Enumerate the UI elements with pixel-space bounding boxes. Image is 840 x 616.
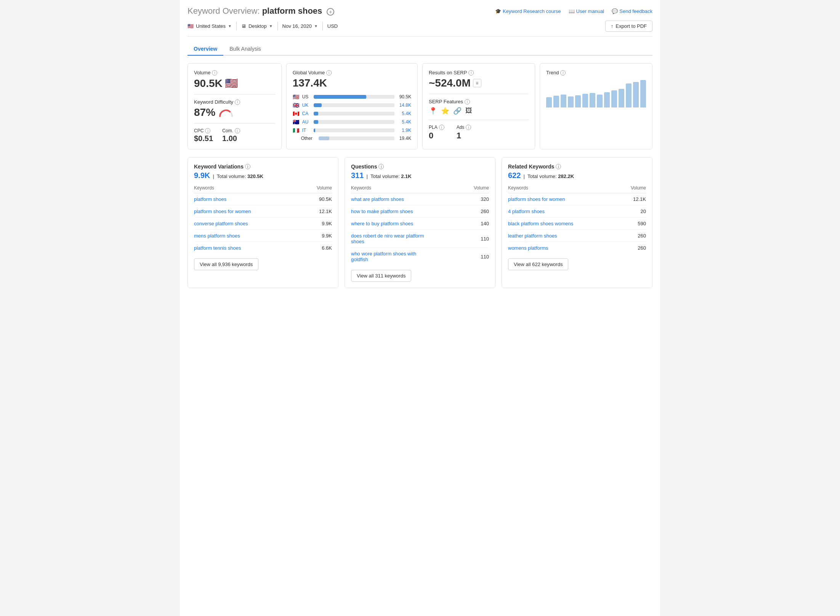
manual-link[interactable]: 📖 User manual — [569, 8, 604, 14]
device-chevron: ▼ — [269, 24, 273, 28]
trend-bar — [590, 93, 595, 107]
kv-count: 9.9K — [194, 171, 210, 180]
com-stat: Com. i 1.00 — [222, 128, 240, 143]
export-label: Export to PDF — [616, 23, 647, 29]
keyword-link[interactable]: leather platform shoes — [508, 233, 557, 239]
keyword-link[interactable]: does robert de niro wear platform shoes — [351, 233, 427, 244]
kv-col-keywords: Keywords — [194, 185, 214, 191]
serp-features-info[interactable]: i — [465, 99, 470, 104]
country-vol: 90.5K — [398, 94, 411, 99]
q-table-header: Keywords Volume — [351, 185, 489, 193]
bar-bg — [314, 120, 394, 124]
global-rows: 🇺🇸 US 90.5K 🇬🇧 UK 14.8K 🇨🇦 CA — [293, 94, 411, 141]
trend-bar — [597, 95, 603, 107]
global-info-icon[interactable]: i — [326, 70, 332, 75]
device-label: Desktop — [248, 23, 267, 29]
serp-divider2 — [429, 120, 529, 120]
q-count: 311 — [351, 171, 364, 180]
course-icon: 🎓 — [495, 8, 501, 14]
country-code: US — [302, 94, 311, 99]
kv-info-icon[interactable]: i — [245, 164, 250, 169]
global-volume-value: 137.4K — [293, 77, 411, 89]
volume-value: 90.5K 🇺🇸 — [194, 77, 275, 90]
country-vol[interactable]: 1.9K — [398, 128, 411, 133]
keyword-link[interactable]: platform shoes — [194, 196, 226, 202]
star-icon: ⭐ — [441, 107, 449, 115]
kv-col-volume: Volume — [317, 185, 332, 191]
keyword-link[interactable]: platform tennis shoes — [194, 245, 241, 251]
keyword-link[interactable]: womens platforms — [508, 245, 548, 251]
kv-view-all-button[interactable]: View all 9,936 keywords — [194, 258, 258, 270]
keyword-link[interactable]: platform shoes for women — [508, 196, 565, 202]
keyword-link[interactable]: 4 platform shoes — [508, 209, 545, 214]
q-view-all-button[interactable]: View all 311 keywords — [351, 270, 411, 282]
com-info-icon[interactable]: i — [235, 128, 240, 133]
table-row: leather platform shoes 260 — [508, 230, 646, 242]
rk-info-icon[interactable]: i — [556, 164, 561, 169]
pla-info-icon[interactable]: i — [439, 125, 444, 130]
pla-value: 0 — [429, 131, 444, 141]
country-vol[interactable]: 5.4K — [398, 111, 411, 116]
q-col-volume: Volume — [474, 185, 489, 191]
tab-overview[interactable]: Overview — [188, 43, 223, 56]
bar-bg — [314, 103, 394, 107]
bar-bg — [314, 128, 394, 132]
keyword-volume: 590 — [631, 221, 646, 226]
device-filter[interactable]: 🖥 Desktop ▼ — [237, 22, 278, 30]
rk-view-all-button[interactable]: View all 622 keywords — [508, 258, 568, 270]
country-vol[interactable]: 14.8K — [398, 103, 411, 108]
tab-bulk-analysis[interactable]: Bulk Analysis — [223, 43, 267, 56]
stats-row: Volume i 90.5K 🇺🇸 Keyword Difficulty i 8… — [188, 63, 652, 149]
cpc-info-icon[interactable]: i — [205, 128, 210, 133]
ads-value: 1 — [457, 131, 471, 141]
country-vol[interactable]: 5.4K — [398, 119, 411, 125]
country-code[interactable]: UK — [302, 103, 311, 108]
trend-bar — [626, 83, 632, 107]
q-info-icon[interactable]: i — [378, 164, 384, 169]
keyword-link[interactable]: who wore platform shoes with goldfish — [351, 251, 427, 262]
serp-icons-row: 📍 ⭐ 🔗 🖼 — [429, 107, 529, 115]
feedback-link[interactable]: 💬 Send feedback — [612, 8, 652, 14]
country-code[interactable]: CA — [302, 111, 311, 116]
other-label: Other — [301, 136, 316, 141]
keyword-link[interactable]: how to make platform shoes — [351, 209, 413, 214]
global-volume-label: Global Volume i — [293, 70, 411, 75]
global-row: 🇺🇸 US 90.5K — [293, 94, 411, 100]
rk-section-title: Related Keywords i — [508, 164, 646, 170]
country-code[interactable]: AU — [302, 119, 311, 125]
difficulty-info-icon[interactable]: i — [235, 99, 240, 105]
rk-section-meta: 622 | Total volume: 282.2K — [508, 171, 646, 180]
course-link[interactable]: 🎓 Keyword Research course — [495, 8, 561, 14]
country-filter[interactable]: 🇺🇸 United States ▼ — [188, 22, 237, 30]
table-row: how to make platform shoes 260 — [351, 205, 489, 218]
keyword-link[interactable]: black platform shoes womens — [508, 221, 573, 226]
trend-info-icon[interactable]: i — [560, 70, 566, 75]
add-keyword-icon[interactable]: + — [327, 8, 334, 16]
cpc-stat: CPC i $0.51 — [194, 128, 213, 143]
title-keyword: platform shoes — [262, 6, 322, 16]
export-button[interactable]: ↑ Export to PDF — [605, 21, 652, 32]
global-row: 🇨🇦 CA 5.4K — [293, 111, 411, 117]
keyword-link[interactable]: mens platform shoes — [194, 233, 240, 239]
kv-section-title: Keyword Variations i — [194, 164, 332, 170]
country-flag: 🇺🇸 — [293, 94, 299, 100]
location-icon: 📍 — [429, 107, 437, 115]
difficulty-label: Keyword Difficulty i — [194, 99, 275, 105]
keyword-link[interactable]: where to buy platform shoes — [351, 221, 413, 226]
keyword-link[interactable]: platform shoes for women — [194, 209, 251, 214]
date-filter[interactable]: Nov 16, 2020 ▼ — [278, 22, 323, 30]
country-code[interactable]: IT — [302, 128, 311, 133]
currency-label: USD — [323, 22, 342, 30]
keyword-volume: 20 — [631, 209, 646, 214]
rk-table-header: Keywords Volume — [508, 185, 646, 193]
rk-total-label: Total volume: — [527, 173, 557, 179]
volume-info-icon[interactable]: i — [212, 70, 217, 75]
ads-info-icon[interactable]: i — [466, 125, 471, 130]
keyword-volume: 12.1K — [317, 209, 332, 214]
global-row: Other 19.4K — [293, 136, 411, 141]
keyword-link[interactable]: what are platform shoes — [351, 196, 404, 202]
serp-info-icon[interactable]: i — [468, 70, 474, 75]
kv-total-value: 320.5K — [247, 173, 263, 179]
bar-fill — [314, 103, 322, 107]
keyword-link[interactable]: converse platform shoes — [194, 221, 248, 226]
